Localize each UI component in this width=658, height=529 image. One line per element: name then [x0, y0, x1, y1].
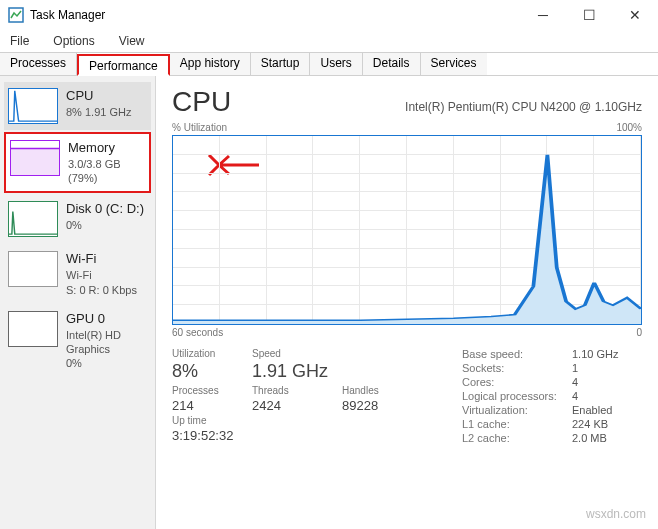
app-icon — [8, 7, 24, 23]
processes-label: Processes — [172, 385, 252, 396]
menu-file[interactable]: File — [6, 32, 33, 50]
stats-right: Base speed: 1.10 GHz Sockets: 1 Cores: 4… — [462, 348, 642, 444]
stats-left: Utilization Speed 8% 1.91 GHz Processes … — [172, 348, 432, 444]
threads-value: 2424 — [252, 398, 342, 414]
utilization-label: Utilization — [172, 348, 252, 359]
logical-value: 4 — [572, 390, 642, 402]
disk-title: Disk 0 (C: D:) — [66, 201, 144, 218]
menu-options[interactable]: Options — [49, 32, 98, 50]
virt-label: Virtualization: — [462, 404, 572, 416]
sidebar-item-gpu[interactable]: GPU 0 Intel(R) HD Graphics 0% — [4, 305, 151, 377]
cpu-detail: 8% 1.91 GHz — [66, 105, 131, 119]
l1-value: 224 KB — [572, 418, 642, 430]
sidebar-item-memory[interactable]: Memory 3.0/3.8 GB (79%) — [4, 132, 151, 193]
cpu-utilization-chart — [172, 135, 642, 325]
tab-startup[interactable]: Startup — [251, 53, 311, 75]
tab-services[interactable]: Services — [421, 53, 487, 75]
threads-label: Threads — [252, 385, 342, 396]
x-left: 60 seconds — [172, 327, 223, 338]
memory-thumb-icon — [10, 140, 60, 176]
maximize-button[interactable]: ☐ — [566, 0, 612, 30]
util-max: 100% — [616, 122, 642, 133]
disk-detail: 0% — [66, 218, 144, 232]
cores-label: Cores: — [462, 376, 572, 388]
wifi-thumb-icon — [8, 251, 58, 287]
util-label: % Utilization — [172, 122, 227, 133]
base-speed-value: 1.10 GHz — [572, 348, 642, 360]
menu-bar: File Options View — [0, 30, 658, 52]
sidebar-item-disk[interactable]: Disk 0 (C: D:) 0% — [4, 195, 151, 243]
minimize-button[interactable]: ─ — [520, 0, 566, 30]
gpu-thumb-icon — [8, 311, 58, 347]
wifi-line1: Wi-Fi — [66, 268, 137, 282]
sidebar-item-wifi[interactable]: Wi-Fi Wi-Fi S: 0 R: 0 Kbps — [4, 245, 151, 302]
l1-label: L1 cache: — [462, 418, 572, 430]
tab-details[interactable]: Details — [363, 53, 421, 75]
base-speed-label: Base speed: — [462, 348, 572, 360]
cpu-title: CPU — [66, 88, 131, 105]
cpu-model: Intel(R) Pentium(R) CPU N4200 @ 1.10GHz — [405, 100, 642, 114]
handles-label: Handles — [342, 385, 432, 396]
l2-label: L2 cache: — [462, 432, 572, 444]
svg-rect-1 — [11, 149, 59, 175]
x-right: 0 — [636, 327, 642, 338]
logical-label: Logical processors: — [462, 390, 572, 402]
disk-thumb-icon — [8, 201, 58, 237]
cores-value: 4 — [572, 376, 642, 388]
sockets-label: Sockets: — [462, 362, 572, 374]
main-panel: CPU Intel(R) Pentium(R) CPU N4200 @ 1.10… — [156, 76, 658, 529]
wifi-title: Wi-Fi — [66, 251, 137, 268]
l2-value: 2.0 MB — [572, 432, 642, 444]
handles-value: 89228 — [342, 398, 432, 414]
gpu-line2: 0% — [66, 356, 147, 370]
tab-bar: Processes Performance App history Startu… — [0, 52, 658, 76]
title-bar: Task Manager ─ ☐ ✕ — [0, 0, 658, 30]
gpu-title: GPU 0 — [66, 311, 147, 328]
uptime-value: 3:19:52:32 — [172, 428, 252, 444]
wifi-line2: S: 0 R: 0 Kbps — [66, 283, 137, 297]
utilization-value: 8% — [172, 361, 252, 383]
memory-detail: 3.0/3.8 GB (79%) — [68, 157, 145, 186]
virt-value: Enabled — [572, 404, 642, 416]
tab-users[interactable]: Users — [310, 53, 362, 75]
uptime-label: Up time — [172, 415, 252, 426]
speed-value: 1.91 GHz — [252, 361, 342, 383]
sidebar-item-cpu[interactable]: CPU 8% 1.91 GHz — [4, 82, 151, 130]
watermark: wsxdn.com — [586, 507, 646, 521]
processes-value: 214 — [172, 398, 252, 414]
sidebar: CPU 8% 1.91 GHz Memory 3.0/3.8 GB (79%) … — [0, 76, 156, 529]
menu-view[interactable]: View — [115, 32, 149, 50]
memory-title: Memory — [68, 140, 145, 157]
tab-processes[interactable]: Processes — [0, 53, 77, 75]
window-title: Task Manager — [30, 8, 520, 22]
speed-label: Speed — [252, 348, 342, 359]
sockets-value: 1 — [572, 362, 642, 374]
page-title: CPU — [172, 86, 231, 118]
tab-app-history[interactable]: App history — [170, 53, 251, 75]
tab-performance[interactable]: Performance — [77, 54, 170, 76]
cpu-thumb-icon — [8, 88, 58, 124]
close-button[interactable]: ✕ — [612, 0, 658, 30]
gpu-line1: Intel(R) HD Graphics — [66, 328, 147, 357]
